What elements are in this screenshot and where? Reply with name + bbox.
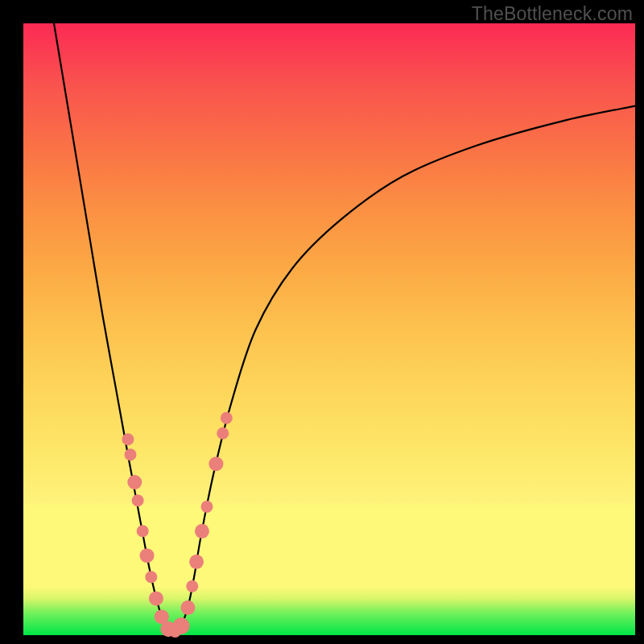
curve-marker xyxy=(125,448,137,460)
curve-marker xyxy=(221,412,233,424)
chart-frame: TheBottleneck.com xyxy=(0,0,644,644)
curve-marker xyxy=(145,571,157,583)
watermark-text: TheBottleneck.com xyxy=(472,3,633,25)
plot-area xyxy=(23,23,635,635)
curve-marker xyxy=(201,501,213,513)
curve-marker xyxy=(186,580,198,592)
curve-marker xyxy=(208,456,223,471)
curve-marker xyxy=(132,494,144,506)
curve-marker xyxy=(127,475,142,489)
curve-marker xyxy=(137,525,149,537)
chart-svg xyxy=(23,23,635,635)
curve-markers xyxy=(122,412,232,638)
curve-marker xyxy=(180,601,195,615)
curve-marker xyxy=(149,591,163,605)
curve-marker xyxy=(195,524,209,539)
curve-marker xyxy=(173,617,190,634)
curve-marker xyxy=(189,555,204,569)
curve-marker xyxy=(217,427,229,440)
curve-marker xyxy=(122,433,134,445)
curve-marker xyxy=(140,548,155,563)
bottleneck-curve xyxy=(54,23,635,634)
